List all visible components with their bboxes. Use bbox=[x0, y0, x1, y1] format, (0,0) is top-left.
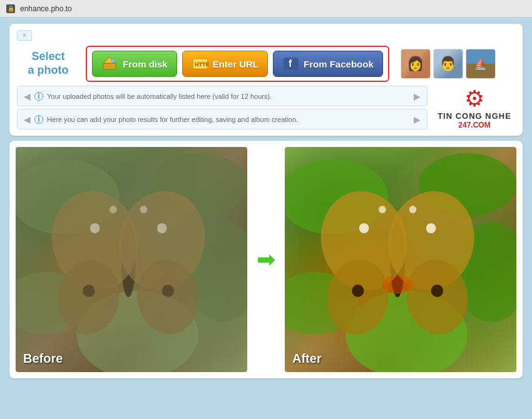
logo-text-main: TIN CONG NGHE bbox=[437, 112, 511, 121]
svg-point-39 bbox=[379, 206, 386, 213]
svg-point-23 bbox=[110, 206, 117, 213]
facebook-icon: f bbox=[282, 56, 300, 71]
info-panels: ◀ i Your uploaded photos will be automat… bbox=[17, 86, 427, 129]
svg-point-44 bbox=[382, 275, 413, 294]
svg-point-40 bbox=[426, 223, 436, 233]
tab-strip: × bbox=[17, 30, 515, 41]
top-card: × Select a photo bbox=[9, 24, 523, 136]
after-image bbox=[285, 147, 516, 372]
results-prev-arrow[interactable]: ◀ bbox=[24, 114, 31, 124]
from-disk-button[interactable]: From disk bbox=[92, 51, 177, 77]
right-arrow-icon: ➡ bbox=[257, 246, 275, 273]
upload-button-group: From disk HTTP Enter URL bbox=[86, 46, 389, 82]
svg-point-27 bbox=[162, 285, 174, 297]
before-photo-panel: Before bbox=[16, 147, 247, 372]
svg-point-43 bbox=[431, 285, 443, 297]
uploaded-photos-info: ◀ i Your uploaded photos will be automat… bbox=[17, 86, 427, 106]
logo-text-sub: 247.COM bbox=[458, 121, 490, 129]
active-tab[interactable]: × bbox=[17, 30, 32, 41]
svg-point-42 bbox=[352, 285, 364, 297]
upload-row: Select a photo bbox=[17, 46, 515, 82]
main-content: × Select a photo bbox=[0, 18, 532, 419]
svg-point-38 bbox=[359, 223, 369, 233]
brand-logo: ⚙ TIN CONG NGHE 247.COM bbox=[434, 86, 515, 129]
from-facebook-button[interactable]: f From Facebook bbox=[273, 51, 383, 77]
svg-point-26 bbox=[83, 285, 95, 297]
tab-close-icon[interactable]: × bbox=[23, 32, 26, 39]
after-photo-panel: After bbox=[285, 147, 516, 372]
lock-icon: 🔒 bbox=[6, 4, 15, 13]
after-label: After bbox=[292, 351, 322, 366]
info-next-arrow[interactable]: ▶ bbox=[414, 91, 421, 101]
svg-point-41 bbox=[409, 206, 417, 213]
from-facebook-label: From Facebook bbox=[304, 59, 374, 69]
svg-point-25 bbox=[140, 206, 148, 213]
before-label: Before bbox=[23, 351, 63, 366]
titlebar: 🔒 enhance.pho.to bbox=[0, 0, 532, 18]
before-image bbox=[16, 147, 247, 372]
comparison-area: Before ➡ bbox=[9, 141, 523, 378]
svg-point-22 bbox=[90, 223, 100, 233]
uploaded-photos-text: Your uploaded photos will be automatical… bbox=[47, 93, 410, 100]
info-icon-2: i bbox=[34, 115, 43, 124]
svg-point-24 bbox=[157, 223, 167, 233]
results-info: ◀ i Here you can add your photo results … bbox=[17, 109, 427, 129]
sample-thumbnails: 👩 👨 ⛵ bbox=[401, 49, 496, 79]
info-prev-arrow[interactable]: ◀ bbox=[24, 91, 31, 101]
results-next-arrow[interactable]: ▶ bbox=[414, 114, 421, 124]
select-photo-label: Select a photo bbox=[17, 50, 79, 77]
url-display: enhance.pho.to bbox=[20, 4, 72, 13]
gear-icon: ⚙ bbox=[464, 86, 484, 112]
sample-thumb-2[interactable]: 👨 bbox=[433, 49, 463, 79]
svg-rect-0 bbox=[103, 63, 116, 69]
from-disk-label: From disk bbox=[123, 59, 168, 69]
enter-url-label: Enter URL bbox=[213, 59, 258, 69]
svg-text:HTTP: HTTP bbox=[195, 61, 208, 68]
enter-url-button[interactable]: HTTP Enter URL bbox=[182, 51, 268, 77]
results-text: Here you can add your photo results for … bbox=[47, 116, 410, 123]
svg-text:f: f bbox=[289, 58, 292, 69]
info-logo-row: ◀ i Your uploaded photos will be automat… bbox=[17, 86, 515, 129]
comparison-arrow: ➡ bbox=[253, 246, 279, 273]
sample-thumb-3[interactable]: ⛵ bbox=[466, 49, 496, 79]
disk-icon bbox=[101, 56, 119, 71]
url-icon: HTTP bbox=[192, 56, 209, 71]
info-icon-1: i bbox=[34, 92, 43, 101]
sample-thumb-1[interactable]: 👩 bbox=[401, 49, 431, 79]
